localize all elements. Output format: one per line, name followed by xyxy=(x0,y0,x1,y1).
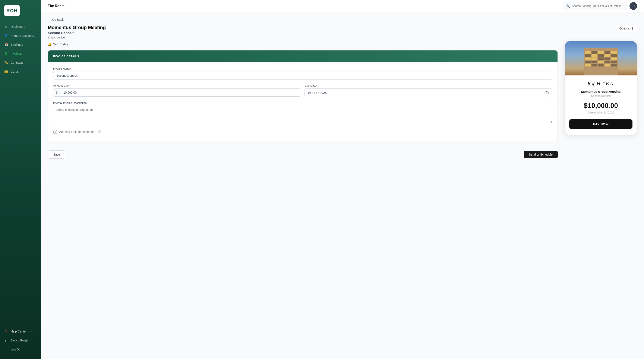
amount-group: Amount Due* $ xyxy=(53,84,301,97)
back-arrow-icon: ← xyxy=(48,18,51,21)
invoice-title: Second Deposit xyxy=(48,31,106,35)
invoice-name-input[interactable] xyxy=(53,72,552,80)
nav-divider xyxy=(4,78,37,78)
dollar-icon: 💲 xyxy=(4,52,8,56)
form-actions: Save Send or Schedule xyxy=(48,146,558,159)
invoice-section-title: INVOICE DETAILS xyxy=(53,55,79,58)
required-star: * xyxy=(70,67,71,70)
sidebar: ROH ⊞ Dashboard 👤 Primary Accounts 📅 Boo… xyxy=(0,0,41,359)
amount-input[interactable] xyxy=(60,89,301,96)
amount-input-group: $ xyxy=(53,89,301,97)
sent-today: 🔔 Sent Today xyxy=(48,43,558,46)
sidebar-item-label: Primary Accounts xyxy=(11,34,34,37)
preview-logo: R◎HTEL xyxy=(569,81,632,86)
calendar-icon: 📅 xyxy=(4,43,8,47)
sidebar-item-log-out[interactable]: → Log Out xyxy=(0,345,41,354)
amount-due-date-row: Amount Due* $ Due Date* xyxy=(53,84,552,97)
edit-icon: ✏️ xyxy=(4,61,8,65)
search-input[interactable] xyxy=(572,4,624,8)
sidebar-item-dashboard[interactable]: ⊞ Dashboard xyxy=(0,22,41,31)
invoice-preview-card: R◎HTEL Momentus Group Meeting Second Dep… xyxy=(564,41,637,135)
preview-invoice-name: Second Deposit xyxy=(569,94,632,98)
sidebar-item-contracts[interactable]: ✏️ Contracts xyxy=(0,58,41,67)
page-title-group: Momentus Group Meeting Second Deposit St… xyxy=(48,25,106,39)
invoice-name-group: Invoice Name* xyxy=(53,67,552,80)
due-date-label: Due Date* xyxy=(304,84,552,87)
sidebar-item-invoices[interactable]: 💲 Invoices xyxy=(0,49,41,58)
attach-label: Attach a Folio or Document xyxy=(59,130,96,134)
dollar-prefix: $ xyxy=(54,89,60,96)
plus-circle-icon: + xyxy=(53,130,58,134)
sidebar-logo: ROH xyxy=(0,0,41,21)
booking-title: Momentus Group Meeting xyxy=(48,25,106,30)
preview-booking-name: Momentus Group Meeting xyxy=(569,90,632,93)
search-icon: 🔍 xyxy=(566,4,570,8)
hotel-image xyxy=(565,41,637,76)
invoice-form: Invoice Name* Amount Due* $ xyxy=(48,62,558,141)
preview-amount: $10,000.00 xyxy=(569,102,632,110)
sidebar-item-label: Cards xyxy=(11,70,18,73)
sidebar-item-label: Dashboard xyxy=(11,25,26,29)
sidebar-item-switch-portal[interactable]: ⇄ Switch Portal xyxy=(0,336,41,345)
invoice-card-header: INVOICE DETAILS xyxy=(48,51,558,62)
options-dots-icon: ⋮ xyxy=(631,27,634,30)
sidebar-item-label: Bookings xyxy=(11,43,23,46)
options-label: Options xyxy=(620,27,630,30)
amount-label: Amount Due* xyxy=(53,84,301,87)
sidebar-item-label: Invoices xyxy=(11,52,22,55)
sidebar-item-bookings[interactable]: 📅 Bookings xyxy=(0,40,41,49)
bell-icon: 🔔 xyxy=(48,43,52,46)
back-link[interactable]: ← Go Back xyxy=(48,18,637,21)
page-content: ← Go Back Momentus Group Meeting Second … xyxy=(41,12,644,359)
sidebar-item-label: Help Center xyxy=(11,330,27,333)
sidebar-item-label: Log Out xyxy=(11,348,21,351)
logout-icon: → xyxy=(4,347,8,351)
grid-icon: ⊞ xyxy=(4,25,8,29)
sidebar-item-label: Switch Portal xyxy=(11,339,28,342)
avatar: PT xyxy=(630,2,637,10)
options-button[interactable]: Options ⋮ xyxy=(616,25,637,32)
users-icon: 👤 xyxy=(4,34,8,38)
status-label: Status: xyxy=(48,36,56,39)
content-grid: 🔔 Sent Today INVOICE DETAILS Invoice Nam… xyxy=(48,41,637,159)
preview-logo-text: R◎HTEL xyxy=(588,81,614,86)
app-logo: ROH xyxy=(4,5,20,16)
sent-today-label: Sent Today xyxy=(53,43,68,46)
preview-due-date: Due on May 30, 2025 xyxy=(569,111,632,114)
status-line: Status: Active xyxy=(48,36,106,39)
header-right: 🔍 PT xyxy=(563,2,637,10)
description-textarea[interactable] xyxy=(53,106,552,123)
due-date-group: Due Date* xyxy=(304,84,552,97)
save-button[interactable]: Save xyxy=(48,150,65,159)
external-link-icon: ↗ xyxy=(30,330,32,333)
invoice-card: INVOICE DETAILS Invoice Name* xyxy=(48,50,558,141)
invoice-name-label: Invoice Name* xyxy=(53,67,552,70)
header: The Rohtel 🔍 PT xyxy=(41,0,644,12)
preview-content: R◎HTEL Momentus Group Meeting Second Dep… xyxy=(565,76,637,135)
back-link-label: Go Back xyxy=(52,18,64,21)
description-label: Internal Invoice Description xyxy=(53,101,552,105)
due-date-input[interactable] xyxy=(304,89,552,97)
status-value: Active xyxy=(57,36,65,39)
sidebar-nav: ⊞ Dashboard 👤 Primary Accounts 📅 Booking… xyxy=(0,21,41,325)
sidebar-item-primary-accounts[interactable]: 👤 Primary Accounts xyxy=(0,31,41,40)
sidebar-item-label: Contracts xyxy=(11,61,24,64)
main-content: The Rohtel 🔍 PT ← Go Back Momentus Group… xyxy=(41,0,644,359)
right-panel: R◎HTEL Momentus Group Meeting Second Dep… xyxy=(564,41,637,159)
info-icon: ⓘ xyxy=(98,130,101,134)
sidebar-bottom: ❓ Help Center ↗ ⇄ Switch Portal → Log Ou… xyxy=(0,325,41,359)
description-group: Internal Invoice Description xyxy=(53,101,552,124)
send-schedule-button[interactable]: Send or Schedule xyxy=(524,151,558,158)
sidebar-item-cards[interactable]: 💳 Cards xyxy=(0,67,41,76)
attach-button[interactable]: + Attach a Folio or Document ⓘ xyxy=(53,128,552,136)
switch-icon: ⇄ xyxy=(4,338,8,342)
page-header: Momentus Group Meeting Second Deposit St… xyxy=(48,25,637,39)
left-panel: 🔔 Sent Today INVOICE DETAILS Invoice Nam… xyxy=(48,41,558,159)
help-icon: ❓ xyxy=(4,329,8,333)
search-bar[interactable]: 🔍 xyxy=(563,2,627,10)
credit-card-icon: 💳 xyxy=(4,70,8,74)
pay-now-button[interactable]: PAY NOW xyxy=(569,119,632,129)
sidebar-item-help-center[interactable]: ❓ Help Center ↗ xyxy=(0,327,41,336)
hotel-name: The Rohtel xyxy=(48,4,66,8)
